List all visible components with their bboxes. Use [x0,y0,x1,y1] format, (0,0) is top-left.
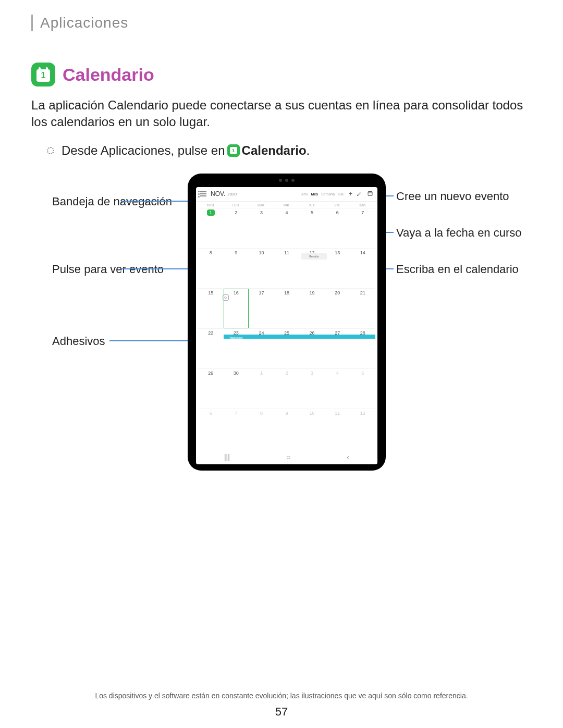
day-cell-next-month[interactable]: 2 [274,369,300,409]
day-cell-today[interactable]: 1 [198,208,224,248]
week-row[interactable]: 29 30 1 2 3 4 5 [198,368,375,409]
day-cell-next-month[interactable]: 5 [350,369,375,409]
section-header: Aplicaciones [31,15,532,31]
svg-rect-0 [368,191,372,195]
add-event-icon[interactable]: + [349,190,352,198]
recents-icon[interactable]: ||| [224,453,230,461]
week-row[interactable]: 6 7 8 9 10 11 12 [198,409,375,449]
week-row[interactable]: 15 16 ☺ 17 18 19 20 21 [198,288,375,328]
day-cell[interactable]: 20 [325,289,350,328]
app-description: La aplicación Calendario puede conectars… [31,97,532,131]
week-row[interactable]: 22 23 Vacaciones 24 25 26 27 28 [198,328,375,368]
event-tag[interactable]: Reunión [301,253,327,260]
day-cell-next-month[interactable]: 9 [274,409,300,449]
callout-go-today: Vaya a la fecha en curso [396,226,522,240]
hamburger-menu-icon[interactable] [200,191,206,196]
day-cell-next-month[interactable]: 7 [224,409,249,449]
day-cell[interactable]: 21 [350,289,375,328]
day-cell[interactable]: 14 [350,249,375,288]
instruction-line: Desde Aplicaciones, pulse en 1 Calendari… [47,143,532,158]
vacation-event-bar[interactable] [249,335,274,339]
vacation-event-bar[interactable] [274,335,300,339]
day-cell-next-month[interactable]: 4 [325,369,350,409]
day-cell[interactable]: 24 [249,329,274,368]
inline-calendar-icon-number: 1 [230,147,237,154]
view-tabs[interactable]: Año Mes Semana Día [301,192,344,196]
day-cell[interactable]: 10 [249,249,274,288]
month-label[interactable]: NOV. [211,190,225,198]
sticker-icon[interactable]: ☺ [223,294,229,301]
day-cell[interactable]: 18 [274,289,300,328]
day-cell[interactable]: 13 [325,249,350,288]
vacation-event-bar[interactable] [325,335,350,339]
day-cell[interactable]: 2 [224,208,249,248]
calendar-grid[interactable]: DOM. LUN. MAR. MIÉ. JUE. VIE. SÁB. 1 2 3… [196,202,377,450]
day-cell[interactable]: 6 [325,208,350,248]
day-cell-next-month[interactable]: 1 [249,369,274,409]
dow-label: JUE. [299,204,325,207]
dow-label: LUN. [224,204,249,207]
day-cell[interactable]: 29 [198,369,224,409]
day-cell-next-month[interactable]: 11 [325,409,350,449]
instruction-app-name: Calendario [242,143,307,158]
tablet-device-frame: NOV. 2020 Año Mes Semana Día + [188,174,386,471]
instruction-prefix: Desde Aplicaciones, pulse en [62,143,225,158]
vacation-event-bar[interactable] [350,335,375,339]
vacation-event-bar[interactable] [299,335,325,339]
week-row[interactable]: 8 9 10 11 12 Reunión 13 14 [198,248,375,288]
day-cell[interactable]: 25 [274,329,300,368]
day-cell-next-month[interactable]: 3 [299,369,325,409]
app-heading-row: 1 Calendario [31,63,532,87]
dow-label: SÁB. [350,204,375,207]
day-cell[interactable]: 3 [249,208,274,248]
day-cell-event[interactable]: 12 Reunión [299,249,325,288]
day-of-week-row: DOM. LUN. MAR. MIÉ. JUE. VIE. SÁB. [198,203,375,208]
callout-new-event: Cree un nuevo evento [396,189,509,204]
view-tab[interactable]: Semana [321,192,335,196]
day-cell[interactable]: 30 [224,369,249,409]
calendar-app-icon-number: 1 [36,69,50,82]
day-cell-next-month[interactable]: 6 [198,409,224,449]
day-cell[interactable]: 15 [198,289,224,328]
week-row[interactable]: 1 2 3 4 5 6 7 [198,208,375,248]
page-number: 57 [0,705,563,719]
day-cell[interactable]: 27 [325,329,350,368]
camera-icon [276,179,297,182]
app-title: Calendario [63,65,154,85]
today-icon[interactable] [367,190,373,198]
day-cell[interactable]: 19 [299,289,325,328]
dow-label: VIE. [325,204,350,207]
pencil-icon[interactable] [357,190,363,198]
vacation-event-bar[interactable]: Vacaciones [224,335,249,339]
day-cell[interactable]: 26 [299,329,325,368]
calendar-app-screen: NOV. 2020 Año Mes Semana Día + [196,187,377,464]
view-tab[interactable]: Día [338,192,344,196]
day-cell[interactable]: 17 [249,289,274,328]
day-cell[interactable]: 7 [350,208,375,248]
day-cell[interactable]: 9 [224,249,249,288]
illustration-area: Bandeja de navegación Pulse para ver eve… [31,174,542,497]
disclaimer-text: Los dispositivos y el software están en … [0,692,563,700]
view-tab[interactable]: Mes [311,192,318,196]
calendar-app-icon: 1 [31,63,55,87]
day-cell[interactable]: 5 [299,208,325,248]
instruction-period: . [307,143,310,158]
home-icon[interactable]: ○ [286,453,290,461]
day-cell-selected[interactable]: 16 ☺ [224,289,249,328]
dow-label: DOM. [198,204,224,207]
callout-stickers: Adhesivos [52,334,105,349]
inline-calendar-icon: 1 [227,144,240,157]
dow-label: MIÉ. [274,204,300,207]
day-cell[interactable]: 11 [274,249,300,288]
day-cell-next-month[interactable]: 12 [350,409,375,449]
day-cell-next-month[interactable]: 8 [249,409,274,449]
day-cell[interactable]: 28 [350,329,375,368]
day-cell[interactable]: 4 [274,208,300,248]
day-cell[interactable]: 23 Vacaciones [224,329,249,368]
bullet-icon [47,147,54,154]
day-cell-next-month[interactable]: 10 [299,409,325,449]
day-cell[interactable]: 22 [198,329,224,368]
view-tab[interactable]: Año [301,192,308,196]
back-icon[interactable]: ‹ [347,453,349,461]
day-cell[interactable]: 8 [198,249,224,288]
